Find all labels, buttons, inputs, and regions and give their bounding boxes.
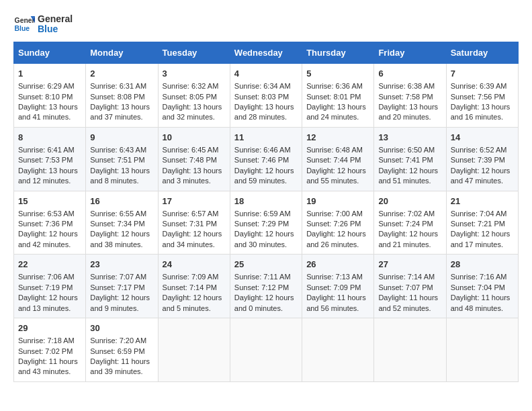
day-number: 28 <box>451 259 514 271</box>
calendar-cell: 1Sunrise: 6:29 AMSunset: 8:10 PMDaylight… <box>14 64 86 128</box>
day-number: 12 <box>306 132 369 144</box>
sunrise: Sunrise: 7:00 AM <box>306 210 363 218</box>
calendar-cell: 21Sunrise: 7:04 AMSunset: 7:21 PMDayligh… <box>446 191 518 255</box>
calendar-cell: 28Sunrise: 7:16 AMSunset: 7:04 PMDayligh… <box>446 255 518 318</box>
weekday-header-sunday: Sunday <box>14 42 86 64</box>
day-number: 25 <box>234 259 298 271</box>
sunrise: Sunrise: 7:04 AM <box>451 210 507 218</box>
sunrise: Sunrise: 7:13 AM <box>306 273 363 281</box>
day-number: 29 <box>18 322 81 334</box>
sunrise: Sunrise: 7:02 AM <box>378 210 435 218</box>
daylight: Daylight: 11 hours and 56 minutes. <box>306 293 366 312</box>
day-number: 23 <box>90 259 153 271</box>
sunrise: Sunrise: 6:52 AM <box>451 146 507 154</box>
weekday-header-friday: Friday <box>374 42 446 64</box>
logo: General Blue General Blue <box>13 13 73 35</box>
daylight: Daylight: 12 hours and 21 minutes. <box>378 230 438 248</box>
day-number: 10 <box>163 132 226 144</box>
sunset: Sunset: 7:58 PM <box>378 93 433 101</box>
calendar-cell: 26Sunrise: 7:13 AMSunset: 7:09 PMDayligh… <box>302 255 374 318</box>
daylight: Daylight: 12 hours and 17 minutes. <box>451 230 511 248</box>
week-row-1: 1Sunrise: 6:29 AMSunset: 8:10 PMDaylight… <box>14 64 519 128</box>
calendar-cell: 25Sunrise: 7:11 AMSunset: 7:12 PMDayligh… <box>230 255 302 318</box>
day-number: 6 <box>378 68 441 80</box>
weekday-header-tuesday: Tuesday <box>158 42 230 64</box>
daylight: Daylight: 13 hours and 3 minutes. <box>163 167 222 185</box>
calendar-cell: 6Sunrise: 6:38 AMSunset: 7:58 PMDaylight… <box>374 64 446 128</box>
sunrise: Sunrise: 6:59 AM <box>234 210 291 218</box>
calendar-cell: 3Sunrise: 6:32 AMSunset: 8:05 PMDaylight… <box>158 64 230 128</box>
daylight: Daylight: 12 hours and 55 minutes. <box>306 167 366 185</box>
calendar-cell: 24Sunrise: 7:09 AMSunset: 7:14 PMDayligh… <box>158 255 230 318</box>
daylight: Daylight: 12 hours and 59 minutes. <box>234 167 294 185</box>
calendar-cell <box>302 318 374 382</box>
calendar-cell: 22Sunrise: 7:06 AMSunset: 7:19 PMDayligh… <box>14 255 86 318</box>
day-number: 1 <box>18 68 81 80</box>
day-number: 14 <box>451 132 514 144</box>
sunrise: Sunrise: 6:55 AM <box>90 210 146 218</box>
sunset: Sunset: 7:24 PM <box>378 220 433 228</box>
sunset: Sunset: 7:48 PM <box>163 156 217 164</box>
sunset: Sunset: 7:12 PM <box>234 283 289 291</box>
daylight: Daylight: 13 hours and 37 minutes. <box>90 103 150 121</box>
calendar-cell: 23Sunrise: 7:07 AMSunset: 7:17 PMDayligh… <box>86 255 158 318</box>
sunrise: Sunrise: 6:53 AM <box>18 210 75 218</box>
calendar-cell: 14Sunrise: 6:52 AMSunset: 7:39 PMDayligh… <box>446 127 518 191</box>
day-number: 20 <box>378 195 441 208</box>
sunset: Sunset: 7:19 PM <box>18 283 73 291</box>
daylight: Daylight: 12 hours and 26 minutes. <box>306 230 366 248</box>
sunset: Sunset: 7:41 PM <box>378 156 433 164</box>
daylight: Daylight: 13 hours and 20 minutes. <box>378 103 438 121</box>
sunrise: Sunrise: 6:36 AM <box>306 82 363 90</box>
daylight: Daylight: 12 hours and 13 minutes. <box>18 293 78 312</box>
day-number: 5 <box>306 68 369 80</box>
day-number: 17 <box>163 195 226 208</box>
calendar-cell <box>158 318 230 382</box>
daylight: Daylight: 12 hours and 38 minutes. <box>90 230 150 248</box>
sunset: Sunset: 7:07 PM <box>378 283 433 291</box>
sunset: Sunset: 8:01 PM <box>306 93 361 101</box>
svg-text:Blue: Blue <box>15 25 30 32</box>
sunset: Sunset: 7:56 PM <box>451 93 505 101</box>
calendar-cell: 9Sunrise: 6:43 AMSunset: 7:51 PMDaylight… <box>86 127 158 191</box>
sunrise: Sunrise: 6:43 AM <box>90 146 146 154</box>
sunset: Sunset: 8:10 PM <box>18 93 73 101</box>
daylight: Daylight: 13 hours and 12 minutes. <box>18 167 78 185</box>
daylight: Daylight: 12 hours and 42 minutes. <box>18 230 78 248</box>
day-number: 26 <box>306 259 369 271</box>
calendar-cell <box>230 318 302 382</box>
sunset: Sunset: 7:39 PM <box>451 156 505 164</box>
daylight: Daylight: 13 hours and 28 minutes. <box>234 103 294 121</box>
calendar-cell: 17Sunrise: 6:57 AMSunset: 7:31 PMDayligh… <box>158 191 230 255</box>
day-number: 24 <box>163 259 226 271</box>
weekday-header-monday: Monday <box>86 42 158 64</box>
week-row-2: 8Sunrise: 6:41 AMSunset: 7:53 PMDaylight… <box>14 127 519 191</box>
sunset: Sunset: 8:05 PM <box>163 93 217 101</box>
calendar-cell: 12Sunrise: 6:48 AMSunset: 7:44 PMDayligh… <box>302 127 374 191</box>
calendar-cell: 15Sunrise: 6:53 AMSunset: 7:36 PMDayligh… <box>14 191 86 255</box>
sunrise: Sunrise: 6:39 AM <box>451 82 507 90</box>
sunset: Sunset: 7:17 PM <box>90 283 144 291</box>
daylight: Daylight: 12 hours and 30 minutes. <box>234 230 294 248</box>
daylight: Daylight: 12 hours and 5 minutes. <box>163 293 222 312</box>
daylight: Daylight: 13 hours and 32 minutes. <box>163 103 222 121</box>
sunrise: Sunrise: 7:18 AM <box>18 336 75 345</box>
page-header: General Blue General Blue <box>13 13 519 35</box>
day-number: 8 <box>18 132 81 144</box>
calendar-cell: 27Sunrise: 7:14 AMSunset: 7:07 PMDayligh… <box>374 255 446 318</box>
weekday-header-saturday: Saturday <box>446 42 518 64</box>
daylight: Daylight: 12 hours and 34 minutes. <box>163 230 222 248</box>
sunset: Sunset: 7:46 PM <box>234 156 289 164</box>
sunset: Sunset: 7:21 PM <box>451 220 505 228</box>
calendar-cell <box>446 318 518 382</box>
calendar-table: SundayMondayTuesdayWednesdayThursdayFrid… <box>13 42 519 382</box>
calendar-cell: 18Sunrise: 6:59 AMSunset: 7:29 PMDayligh… <box>230 191 302 255</box>
sunrise: Sunrise: 6:38 AM <box>378 82 435 90</box>
calendar-cell: 11Sunrise: 6:46 AMSunset: 7:46 PMDayligh… <box>230 127 302 191</box>
daylight: Daylight: 11 hours and 48 minutes. <box>451 293 511 312</box>
sunrise: Sunrise: 7:14 AM <box>378 273 435 281</box>
calendar-cell: 8Sunrise: 6:41 AMSunset: 7:53 PMDaylight… <box>14 127 86 191</box>
sunset: Sunset: 7:44 PM <box>306 156 361 164</box>
calendar-cell: 20Sunrise: 7:02 AMSunset: 7:24 PMDayligh… <box>374 191 446 255</box>
sunrise: Sunrise: 7:06 AM <box>18 273 75 281</box>
